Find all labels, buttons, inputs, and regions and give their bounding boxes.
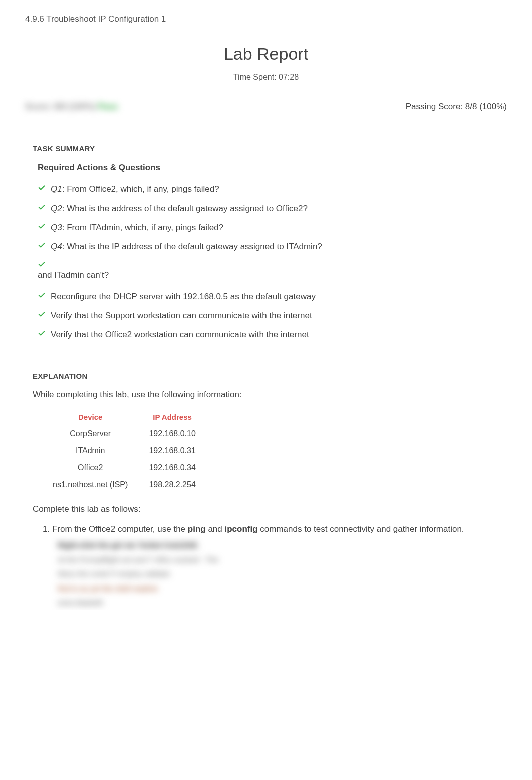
device-cell: ns1.nethost.net (ISP) — [43, 476, 138, 493]
task-text: Verify that the Support workstation can … — [51, 311, 312, 321]
device-cell: Office2 — [43, 459, 138, 476]
ip-cell: 192.168.0.34 — [138, 459, 207, 476]
task-text: Q4: What is the IP address of the defaul… — [51, 242, 322, 252]
task-item: Q4: What is the IP address of the defaul… — [38, 237, 499, 256]
time-spent: Time Spent: 07:28 — [0, 73, 532, 82]
blurred-substeps: Right-click the giri etc Turbot Cmd.EXE … — [58, 538, 499, 610]
task-summary-title: TASK SUMMARY — [33, 144, 499, 153]
breadcrumb-text: 4.9.6 Troubleshoot IP Configuration 1 — [25, 14, 166, 24]
task-item: Reconfigure the DHCP server with 192.168… — [38, 287, 499, 306]
breadcrumb: 4.9.6 Troubleshoot IP Configuration 1 — [0, 0, 532, 29]
task-text: Q3: From ITAdmin, which, if any, pings f… — [51, 223, 223, 233]
check-icon — [38, 223, 46, 230]
device-cell: ITAdmin — [43, 442, 138, 459]
device-cell: CorpServer — [43, 425, 138, 442]
table-row: Office2 192.168.0.34 — [43, 459, 207, 476]
blur-line: extra Badwith — [58, 596, 499, 610]
task-text: Reconfigure the DHCP server with 192.168… — [51, 292, 316, 302]
check-icon — [38, 204, 46, 211]
blur-line: find to as yet the shell readme — [58, 581, 499, 596]
ip-cell: 192.168.0.10 — [138, 425, 207, 442]
task-list: Q1: From Office2, which, if any, pings f… — [38, 180, 499, 272]
score-row: Score: 8/8 (100%) Pass Passing Score: 8/… — [0, 82, 532, 117]
orphan-text: and ITadmin can't? — [38, 270, 499, 280]
task-item: Q1: From Office2, which, if any, pings f… — [38, 180, 499, 199]
complete-intro: Complete this lab as follows: — [33, 504, 499, 514]
blur-line: At the Promptflight set and T ofhis crac… — [58, 553, 499, 567]
explanation-title: EXPLANATION — [33, 372, 499, 380]
steps-list: 1. From the Office2 computer, use the pi… — [43, 524, 499, 610]
check-icon — [38, 242, 46, 249]
blur-line: Right-click the giri etc Turbot Cmd.EXE … — [58, 538, 499, 553]
task-list-2: Reconfigure the DHCP server with 192.168… — [38, 287, 499, 344]
ip-cell: 192.168.0.31 — [138, 442, 207, 459]
table-header-device: Device — [43, 409, 138, 425]
table-row: ITAdmin 192.168.0.31 — [43, 442, 207, 459]
blur-line: Mess the creek P employ validate — [58, 567, 499, 581]
table-row: ns1.nethost.net (ISP) 198.28.2.254 — [43, 476, 207, 493]
task-text: Q2: What is the address of the default g… — [51, 204, 308, 214]
check-icon — [38, 292, 46, 299]
task-item: Verify that the Office2 workstation can … — [38, 325, 499, 344]
task-item: Q2: What is the address of the default g… — [38, 199, 499, 218]
ip-cell: 198.28.2.254 — [138, 476, 207, 493]
table-row: CorpServer 192.168.0.10 — [43, 425, 207, 442]
required-actions-title: Required Actions & Questions — [38, 163, 499, 173]
task-summary-section: TASK SUMMARY Required Actions & Question… — [0, 144, 532, 610]
check-icon — [38, 261, 46, 268]
task-text: Verify that the Office2 workstation can … — [51, 330, 309, 340]
task-item: Verify that the Support workstation can … — [38, 306, 499, 325]
explanation-intro: While completing this lab, use the follo… — [33, 389, 499, 400]
check-icon — [38, 184, 46, 191]
task-item: Q3: From ITAdmin, which, if any, pings f… — [38, 218, 499, 237]
check-icon — [38, 311, 46, 318]
page-title: Lab Report — [0, 44, 532, 64]
task-text: Q1: From Office2, which, if any, pings f… — [51, 184, 219, 194]
score-blurred: Score: 8/8 (100%) Pass — [25, 102, 118, 112]
step-item: 1. From the Office2 computer, use the pi… — [43, 524, 499, 534]
check-icon — [38, 330, 46, 337]
passing-score: Passing Score: 8/8 (100%) — [406, 102, 507, 112]
table-header-ip: IP Address — [138, 409, 207, 425]
device-table: Device IP Address CorpServer 192.168.0.1… — [43, 409, 207, 493]
